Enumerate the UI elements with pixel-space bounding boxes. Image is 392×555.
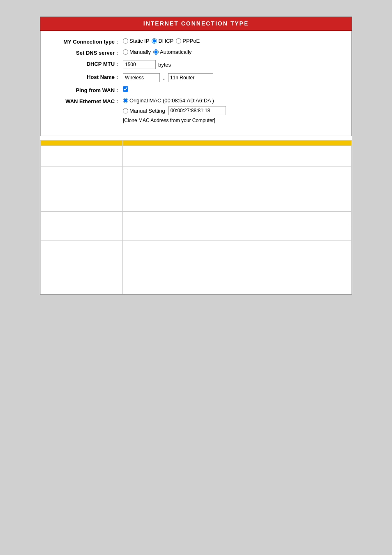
table-row	[41, 146, 351, 166]
domain-input[interactable]	[168, 73, 213, 82]
table-cell-2-2	[123, 166, 351, 211]
automatically-radio[interactable]	[153, 49, 159, 55]
hostname-control: .	[123, 73, 343, 82]
manually-option[interactable]: Manually	[123, 49, 151, 55]
automatically-option[interactable]: Automatically	[153, 49, 191, 55]
original-mac-label: Original MAC (00:08:54:AD:A6:DA )	[129, 97, 214, 104]
section-header: INTERNET CONNECTION TYPE	[40, 17, 352, 31]
hostname-input[interactable]	[123, 73, 160, 82]
static-ip-radio[interactable]	[123, 38, 128, 44]
manual-setting-option[interactable]: Manual Setting	[123, 108, 165, 114]
wan-mac-row: WAN Ethernet MAC : Original MAC (00:08:5…	[49, 97, 343, 123]
ping-wan-label: Ping from WAN :	[49, 86, 123, 93]
table-header-col1	[41, 141, 123, 146]
dhcp-radio[interactable]	[152, 38, 157, 44]
table-cell-4-1	[41, 226, 123, 240]
hostname-row: Host Name : .	[49, 73, 343, 82]
table-cell-4-2	[123, 226, 351, 240]
table-cell-5-2	[123, 240, 351, 294]
table-header-col2	[123, 141, 351, 146]
table-row	[41, 226, 351, 240]
form-section: MY Connection type : Static IP DHCP PPPo…	[40, 31, 352, 136]
mtu-input[interactable]	[123, 60, 156, 69]
pppoe-radio[interactable]	[176, 38, 181, 44]
manual-mac-input[interactable]	[168, 106, 226, 115]
manual-setting-radio[interactable]	[123, 108, 128, 113]
lower-table	[40, 140, 352, 294]
wan-mac-label: WAN Ethernet MAC :	[49, 97, 123, 104]
dhcp-option[interactable]: DHCP	[152, 38, 173, 44]
static-ip-option[interactable]: Static IP	[123, 38, 149, 44]
pppoe-option[interactable]: PPPoE	[176, 38, 200, 44]
connection-type-label: MY Connection type :	[49, 38, 123, 45]
dns-server-label: Set DNS server :	[49, 49, 123, 56]
table-cell-1-2	[123, 146, 351, 166]
manual-setting-label: Manual Setting	[129, 108, 165, 114]
table-cell-3-1	[41, 212, 123, 226]
original-mac-row: Original MAC (00:08:54:AD:A6:DA )	[123, 97, 343, 104]
hostname-label: Host Name :	[49, 73, 123, 80]
connection-panel: INTERNET CONNECTION TYPE MY Connection t…	[40, 17, 352, 136]
mtu-row: DHCP MTU : bytes	[49, 60, 343, 69]
connection-type-control: Static IP DHCP PPPoE	[123, 38, 343, 44]
mtu-label: DHCP MTU :	[49, 60, 123, 67]
dns-server-control: Manually Automatically	[123, 49, 343, 55]
connection-type-row: MY Connection type : Static IP DHCP PPPo…	[49, 38, 343, 45]
ping-wan-checkbox[interactable]	[123, 86, 128, 92]
ping-wan-control	[123, 86, 343, 92]
original-mac-option[interactable]: Original MAC (00:08:54:AD:A6:DA )	[123, 97, 214, 104]
dns-server-row: Set DNS server : Manually Automatically	[49, 49, 343, 56]
original-mac-radio[interactable]	[123, 98, 128, 103]
manually-radio[interactable]	[123, 49, 128, 55]
ping-wan-row: Ping from WAN :	[49, 86, 343, 93]
dot-separator: .	[163, 74, 165, 81]
table-cell-2-1	[41, 166, 123, 211]
mtu-unit: bytes	[158, 62, 171, 68]
table-cell-1-1	[41, 146, 123, 166]
clone-mac-row: [Clone MAC Address from your Computer]	[123, 118, 343, 123]
table-header-row	[41, 141, 351, 146]
table-row	[41, 212, 351, 226]
table-row	[41, 240, 351, 294]
clone-mac-link[interactable]: [Clone MAC Address from your Computer]	[123, 118, 215, 123]
wan-mac-section: Original MAC (00:08:54:AD:A6:DA ) Manual…	[123, 97, 343, 123]
table-cell-3-2	[123, 212, 351, 226]
table-cell-5-1	[41, 240, 123, 294]
main-container: INTERNET CONNECTION TYPE MY Connection t…	[40, 16, 352, 295]
table-row	[41, 166, 351, 212]
mtu-control: bytes	[123, 60, 343, 69]
manual-mac-row: Manual Setting	[123, 106, 343, 115]
